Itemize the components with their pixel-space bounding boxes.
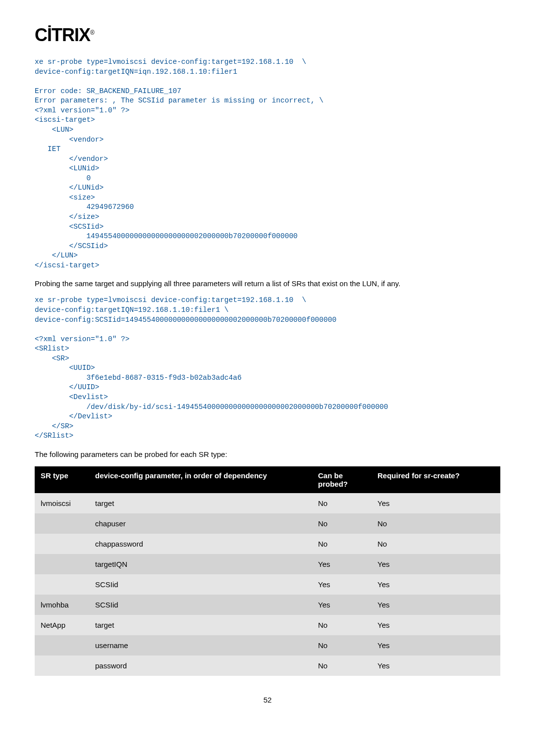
header-required: Required for sr-create? — [372, 466, 500, 493]
cell-srtype: lvmoiscsi — [35, 493, 89, 513]
cell-srtype — [35, 655, 89, 676]
paragraph-probing: Probing the same target and supplying al… — [35, 278, 500, 289]
cell-param: chappassword — [89, 534, 312, 554]
cell-required: No — [372, 513, 500, 534]
cell-required: Yes — [372, 655, 500, 676]
cell-srtype: lvmohba — [35, 595, 89, 615]
table-row: lvmohba SCSIid Yes Yes — [35, 595, 500, 615]
table-header-row: SR type device-config parameter, in orde… — [35, 466, 500, 493]
cell-probed: No — [312, 655, 372, 676]
cell-probed: No — [312, 615, 372, 635]
table-row: username No Yes — [35, 635, 500, 655]
page-number: 52 — [35, 696, 500, 704]
header-srtype: SR type — [35, 466, 89, 493]
cell-probed: Yes — [312, 554, 372, 574]
cell-srtype — [35, 534, 89, 554]
cell-required: Yes — [372, 574, 500, 595]
cell-srtype: NetApp — [35, 615, 89, 635]
code-block-2: xe sr-probe type=lvmoiscsi device-config… — [35, 296, 500, 441]
cell-param: target — [89, 615, 312, 635]
cell-required: Yes — [372, 595, 500, 615]
cell-srtype — [35, 574, 89, 595]
cell-param: chapuser — [89, 513, 312, 534]
cell-probed: Yes — [312, 595, 372, 615]
citrix-logo: CİTRIX® — [35, 25, 500, 46]
paragraph-table-intro: The following parameters can be probed f… — [35, 449, 500, 459]
cell-srtype — [35, 635, 89, 655]
cell-required: No — [372, 534, 500, 554]
cell-required: Yes — [372, 554, 500, 574]
table-row: NetApp target No Yes — [35, 615, 500, 635]
cell-probed: No — [312, 635, 372, 655]
cell-param: target — [89, 493, 312, 513]
table-row: SCSIid Yes Yes — [35, 574, 500, 595]
header-param: device-config parameter, in order of dep… — [89, 466, 312, 493]
table-row: targetIQN Yes Yes — [35, 554, 500, 574]
code-block-1: xe sr-probe type=lvmoiscsi device-config… — [35, 57, 500, 270]
table-row: password No Yes — [35, 655, 500, 676]
cell-probed: No — [312, 534, 372, 554]
cell-param: SCSIid — [89, 595, 312, 615]
cell-param: username — [89, 635, 312, 655]
cell-param: SCSIid — [89, 574, 312, 595]
header-probed: Can be probed? — [312, 466, 372, 493]
table-row: chappassword No No — [35, 534, 500, 554]
table-row: lvmoiscsi target No Yes — [35, 493, 500, 513]
cell-srtype — [35, 554, 89, 574]
cell-probed: Yes — [312, 574, 372, 595]
table-row: chapuser No No — [35, 513, 500, 534]
cell-param: targetIQN — [89, 554, 312, 574]
sr-parameters-table: SR type device-config parameter, in orde… — [35, 466, 500, 676]
cell-required: Yes — [372, 493, 500, 513]
cell-srtype — [35, 513, 89, 534]
cell-probed: No — [312, 493, 372, 513]
cell-probed: No — [312, 513, 372, 534]
cell-required: Yes — [372, 635, 500, 655]
cell-param: password — [89, 655, 312, 676]
cell-required: Yes — [372, 615, 500, 635]
